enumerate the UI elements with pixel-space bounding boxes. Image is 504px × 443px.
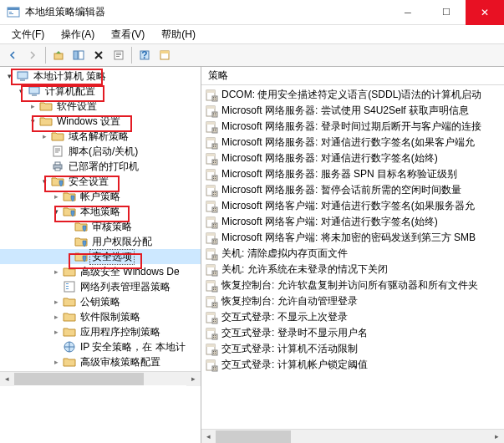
expander-icon[interactable] bbox=[50, 206, 62, 217]
policy-item[interactable]: DCOM: 使用安全描述符定义语言(SDDL)语法的计算机启动 bbox=[201, 87, 504, 103]
tree-ip-security[interactable]: IP 安全策略，在 本地计 bbox=[0, 339, 201, 354]
scroll-left-button[interactable]: ◂ bbox=[201, 430, 216, 444]
toolbar-separator bbox=[45, 47, 46, 64]
svg-rect-24 bbox=[66, 283, 69, 284]
svg-rect-122 bbox=[213, 303, 214, 304]
menu-help[interactable]: 帮助(H) bbox=[155, 26, 202, 43]
close-button[interactable] bbox=[466, 0, 504, 25]
tree-security-options[interactable]: 安全选项 bbox=[0, 249, 201, 264]
policy-label: DCOM: 使用安全描述符定义语言(SDDL)语法的计算机启动 bbox=[221, 88, 481, 102]
tree-advanced-firewall[interactable]: 高级安全 Windows De bbox=[0, 264, 201, 279]
expander-icon[interactable] bbox=[50, 191, 62, 202]
back-button[interactable] bbox=[3, 46, 22, 64]
policy-item[interactable]: 交互式登录: 登录时不显示用户名 bbox=[201, 325, 504, 341]
svg-rect-127 bbox=[206, 313, 215, 315]
maximize-button[interactable] bbox=[427, 0, 466, 25]
svg-rect-4 bbox=[54, 53, 63, 59]
forward-button[interactable] bbox=[23, 46, 42, 64]
svg-rect-80 bbox=[213, 208, 214, 209]
expander-icon[interactable] bbox=[50, 311, 62, 323]
help-button[interactable]: ? bbox=[135, 46, 154, 64]
policy-item[interactable]: 交互式登录: 计算机帐户锁定阈值 bbox=[201, 357, 504, 373]
tree-public-key[interactable]: 公钥策略 bbox=[0, 294, 201, 309]
tree-pane[interactable]: 本地计算机 策略计算机配置软件设置Windows 设置域名解析策略脚本(启动/关… bbox=[0, 67, 201, 443]
window-buttons bbox=[389, 0, 504, 25]
list-scrollbar-x[interactable]: ◂ ▸ bbox=[201, 429, 504, 443]
policy-icon bbox=[205, 327, 218, 340]
policy-item[interactable]: 交互式登录: 计算机不活动限制 bbox=[201, 341, 504, 357]
expander-icon[interactable] bbox=[38, 130, 50, 142]
scroll-track[interactable] bbox=[14, 372, 186, 386]
scroll-right-button[interactable]: ▸ bbox=[490, 430, 504, 444]
tree-advanced-audit[interactable]: 高级审核策略配置 bbox=[0, 354, 201, 369]
policy-item[interactable]: Microsoft 网络服务器: 尝试使用 S4U2Self 获取声明信息 bbox=[201, 103, 504, 119]
column-header-policy[interactable]: 策略 bbox=[201, 67, 504, 85]
policy-item[interactable]: Microsoft 网络客户端: 对通信进行数字签名(如果服务器允 bbox=[201, 198, 504, 214]
tree-label: 应用程序控制策略 bbox=[79, 325, 162, 339]
policy-item[interactable]: 交互式登录: 不显示上次登录 bbox=[201, 309, 504, 325]
policy-list[interactable]: DCOM: 使用安全描述符定义语言(SDDL)语法的计算机启动Microsoft… bbox=[201, 85, 504, 429]
toolbar-separator bbox=[131, 47, 132, 64]
tree-label: 本地策略 bbox=[79, 205, 122, 219]
policy-item[interactable]: Microsoft 网络服务器: 对通信进行数字签名(始终) bbox=[201, 150, 504, 166]
expander-icon[interactable] bbox=[3, 70, 15, 82]
policy-item[interactable]: Microsoft 网络服务器: 服务器 SPN 目标名称验证级别 bbox=[201, 166, 504, 182]
tree-network-list[interactable]: 网络列表管理器策略 bbox=[0, 279, 201, 294]
policy-item[interactable]: 关机: 清除虚拟内存页面文件 bbox=[201, 246, 504, 262]
properties-button[interactable] bbox=[109, 46, 128, 64]
expander-icon[interactable] bbox=[15, 85, 27, 97]
tree-label: IP 安全策略，在 本地计 bbox=[79, 340, 187, 354]
minimize-button[interactable] bbox=[389, 0, 427, 25]
tree-scripts[interactable]: 脚本(启动/关机) bbox=[0, 144, 201, 159]
scroll-left-button[interactable]: ◂ bbox=[0, 372, 14, 386]
tree-root[interactable]: 本地计算机 策略 bbox=[0, 69, 201, 84]
expander-icon[interactable] bbox=[27, 115, 38, 127]
scroll-thumb[interactable] bbox=[14, 373, 144, 385]
tree-computer-config[interactable]: 计算机配置 bbox=[0, 84, 201, 99]
svg-rect-96 bbox=[213, 242, 214, 242]
tree-security-settings[interactable]: 安全设置 bbox=[0, 174, 201, 189]
delete-button[interactable] bbox=[89, 46, 108, 64]
policy-icon bbox=[205, 200, 218, 213]
menu-file[interactable]: 文件(F) bbox=[5, 26, 51, 43]
tree-audit-policy[interactable]: 审核策略 bbox=[0, 219, 201, 234]
tree-windows-settings[interactable]: Windows 设置 bbox=[0, 114, 201, 129]
tree-deployed-printers[interactable]: 已部署的打印机 bbox=[0, 159, 201, 174]
policy-item[interactable]: 恢复控制台: 允许软盘复制并访问所有驱动器和所有文件夹 bbox=[201, 278, 504, 293]
expander-icon[interactable] bbox=[50, 296, 62, 308]
scroll-thumb[interactable] bbox=[216, 430, 291, 443]
tree-software-restriction[interactable]: 软件限制策略 bbox=[0, 309, 201, 324]
tree-local-policies[interactable]: 本地策略 bbox=[0, 204, 201, 219]
tree-account-policies[interactable]: 帐户策略 bbox=[0, 189, 201, 204]
expander-icon[interactable] bbox=[50, 356, 62, 368]
tree-app-control[interactable]: 应用程序控制策略 bbox=[0, 324, 201, 339]
expander-icon[interactable] bbox=[50, 266, 62, 278]
up-button[interactable] bbox=[49, 46, 68, 64]
policy-item[interactable]: Microsoft 网络服务器: 对通信进行数字签名(如果客户端允 bbox=[201, 135, 504, 150]
menu-view[interactable]: 查看(V) bbox=[104, 26, 151, 43]
filter-button[interactable] bbox=[155, 46, 174, 64]
expander-icon[interactable] bbox=[27, 100, 38, 112]
menu-action[interactable]: 操作(A) bbox=[54, 26, 101, 43]
policy-item[interactable]: Microsoft 网络服务器: 暂停会话前所需的空闲时间数量 bbox=[201, 182, 504, 198]
scroll-track[interactable] bbox=[216, 430, 490, 444]
policy-item[interactable]: 恢复控制台: 允许自动管理登录 bbox=[201, 293, 504, 309]
tree-software-settings[interactable]: 软件设置 bbox=[0, 99, 201, 114]
policy-item[interactable]: Microsoft 网络服务器: 登录时间过期后断开与客户端的连接 bbox=[201, 119, 504, 135]
policy-icon bbox=[205, 263, 218, 277]
policy-item[interactable]: Microsoft 网络客户端: 将未加密的密码发送到第三方 SMB bbox=[201, 230, 504, 246]
tree-dns-policy[interactable]: 域名解析策略 bbox=[0, 129, 201, 144]
policy-item[interactable]: 关机: 允许系统在未登录的情况下关闭 bbox=[201, 262, 504, 278]
expander-icon[interactable] bbox=[38, 176, 50, 187]
svg-rect-45 bbox=[213, 129, 214, 130]
svg-rect-2 bbox=[9, 12, 12, 13]
tree-user-rights[interactable]: 用户权限分配 bbox=[0, 234, 201, 249]
expander-icon[interactable] bbox=[50, 326, 62, 338]
policy-item[interactable]: Microsoft 网络客户端: 对通信进行数字签名(始终) bbox=[201, 214, 504, 230]
policy-label: 恢复控制台: 允许自动管理登录 bbox=[221, 294, 358, 308]
tree-scrollbar-x[interactable]: ◂ ▸ bbox=[0, 371, 201, 385]
scroll-right-button[interactable]: ▸ bbox=[186, 372, 201, 386]
node-icon bbox=[63, 310, 76, 323]
tree-view[interactable]: 本地计算机 策略计算机配置软件设置Windows 设置域名解析策略脚本(启动/关… bbox=[0, 67, 201, 371]
show-hide-tree-button[interactable] bbox=[69, 46, 88, 64]
